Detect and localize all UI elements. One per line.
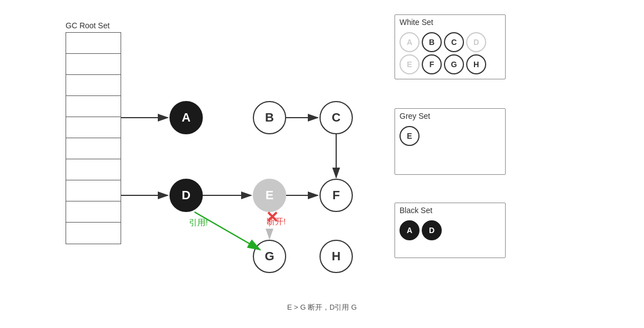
duankai-label: 断开! bbox=[267, 216, 286, 227]
white-set-node-B: B bbox=[422, 32, 442, 52]
grey-set-title: Grey Set bbox=[395, 109, 505, 123]
black-set-node-A: A bbox=[400, 220, 420, 240]
gc-root-row bbox=[66, 33, 121, 54]
bottom-caption: E > G 断开，D引用 G bbox=[0, 302, 644, 312]
node-C: C bbox=[319, 101, 353, 134]
node-G: G bbox=[253, 240, 286, 273]
yinyong-label: 引用! bbox=[189, 218, 208, 228]
white-set-node-F: F bbox=[422, 54, 442, 74]
gc-root-row bbox=[66, 201, 121, 223]
grey-set-content: E bbox=[395, 123, 505, 150]
white-set-node-G: G bbox=[444, 54, 464, 74]
grey-set-panel: Grey Set E bbox=[395, 108, 506, 175]
gc-root-table bbox=[66, 32, 121, 244]
grey-set-node-E: E bbox=[400, 126, 420, 146]
white-set-node-D-faded: D bbox=[466, 32, 486, 52]
white-set-node-E-faded: E bbox=[400, 54, 420, 74]
white-set-panel: White Set A B C D E F G H bbox=[395, 14, 506, 79]
node-H: H bbox=[319, 240, 353, 273]
white-set-title: White Set bbox=[395, 15, 505, 29]
black-set-panel: Black Set A D bbox=[395, 203, 506, 258]
white-set-node-H: H bbox=[466, 54, 486, 74]
black-set-title: Black Set bbox=[395, 203, 505, 217]
node-F: F bbox=[319, 179, 353, 212]
node-D: D bbox=[169, 179, 203, 212]
gc-root-row bbox=[66, 223, 121, 244]
gc-root-row bbox=[66, 54, 121, 75]
black-set-content: A D bbox=[395, 217, 505, 245]
main-container: GC Root Set A B C D E F G H bbox=[0, 0, 644, 328]
black-set-node-D: D bbox=[422, 220, 442, 240]
gc-root-row bbox=[66, 138, 121, 159]
white-set-node-A-faded: A bbox=[400, 32, 420, 52]
gc-root-row bbox=[66, 117, 121, 138]
node-B: B bbox=[253, 101, 286, 134]
gc-root-label: GC Root Set bbox=[66, 21, 109, 30]
gc-root-row bbox=[66, 96, 121, 117]
gc-root-row bbox=[66, 159, 121, 180]
white-set-content: A B C D E F G H bbox=[395, 29, 505, 79]
gc-root-row bbox=[66, 180, 121, 201]
gc-root-row bbox=[66, 75, 121, 96]
node-E: E bbox=[253, 179, 286, 212]
node-A: A bbox=[169, 101, 203, 134]
white-set-node-C: C bbox=[444, 32, 464, 52]
